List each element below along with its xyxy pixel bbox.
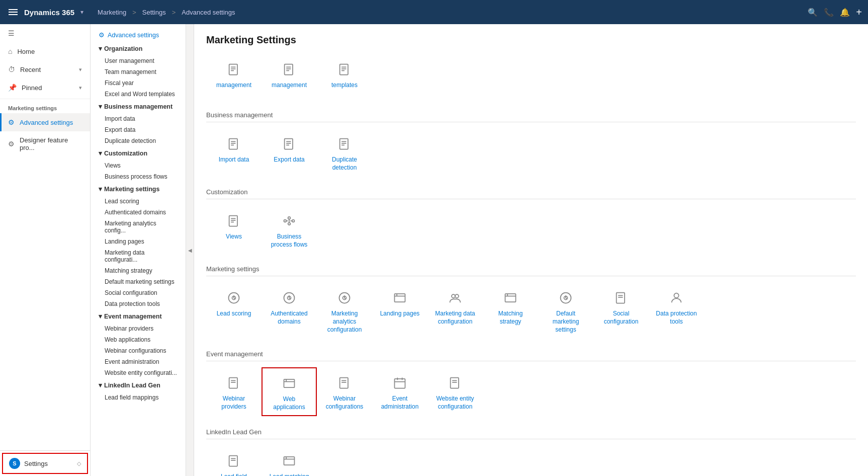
tree-matching-strategy[interactable]: Matching strategy <box>91 265 186 276</box>
web-applications-label: Web applications <box>267 395 312 411</box>
tile-default-marketing-settings[interactable]: Default marketing settings <box>538 282 593 338</box>
tile-templates[interactable]: templates <box>317 54 372 99</box>
tile-data-protection-tools[interactable]: Data protection tools <box>649 282 704 338</box>
menu-toggle[interactable]: ☰ <box>0 24 90 42</box>
svg-rect-74 <box>284 457 295 465</box>
tile-lead-field-mappings[interactable]: Lead field mappings <box>206 445 262 476</box>
tile-webinar-providers[interactable]: Webinar providers <box>206 367 262 416</box>
marketing-settings-title: Marketing settings <box>206 265 856 276</box>
sidebar-item-designer[interactable]: ⚙ Designer feature pro... <box>0 131 90 156</box>
tree-views[interactable]: Views <box>91 160 186 171</box>
tile-duplicate-detection[interactable]: Duplicate detection <box>317 128 372 176</box>
tile-matching-strategy[interactable]: Matching strategy <box>483 282 538 338</box>
tile-views[interactable]: Views <box>206 205 262 253</box>
default-marketing-settings-label: Default marketing settings <box>543 310 589 334</box>
tile-webinar-configurations[interactable]: Webinar configurations <box>317 367 372 416</box>
marketing-data-config-icon <box>446 289 464 307</box>
tree-data-protection-tools[interactable]: Data protection tools <box>91 298 186 309</box>
app-title[interactable]: Dynamics 365 <box>24 8 74 17</box>
tree-event-administration[interactable]: Event administration <box>91 356 186 367</box>
tree-section-business[interactable]: ▾ Business management <box>91 100 186 113</box>
tree-marketing-analytics-config[interactable]: Marketing analytics config... <box>91 218 186 236</box>
tile-marketing-data-config[interactable]: Marketing data configuration <box>427 282 483 338</box>
tile-web-applications[interactable]: Web applications <box>262 367 317 416</box>
tree-section-marketing[interactable]: ▾ Marketing settings <box>91 182 186 196</box>
plus-icon[interactable]: + <box>856 7 862 18</box>
landing-pages-icon <box>391 289 409 307</box>
svg-point-28 <box>284 220 287 222</box>
section-linkedin: LinkedIn Lead Gen Lead field mappings Le… <box>206 428 856 476</box>
tree-section-linkedin[interactable]: ▾ LinkedIn Lead Gen <box>91 378 186 392</box>
tree-webinar-providers[interactable]: Webinar providers <box>91 323 186 334</box>
tree-import-data[interactable]: Import data <box>91 113 186 124</box>
nav-marketing[interactable]: Marketing <box>94 7 130 18</box>
lead-field-mappings-label: Lead field mappings <box>211 473 257 476</box>
home-icon: ⌂ <box>8 47 12 55</box>
tree-lead-scoring[interactable]: Lead scoring <box>91 196 186 207</box>
nav-settings[interactable]: Settings <box>138 7 170 18</box>
tree-marketing-data-config[interactable]: Marketing data configurati... <box>91 247 186 265</box>
tree-section-organization[interactable]: ▾ Organization <box>91 42 186 55</box>
event-management-title: Event management <box>206 350 856 361</box>
doc-icon-templates <box>335 60 354 78</box>
nav-advanced[interactable]: Advanced settings <box>178 7 239 18</box>
search-icon[interactable]: 🔍 <box>808 8 818 17</box>
pinned-label: Pinned <box>22 84 42 92</box>
tree-authenticated-domains[interactable]: Authenticated domains <box>91 207 186 218</box>
tile-lead-matching-strategy[interactable]: Lead matching strategy <box>262 445 317 476</box>
tree-landing-pages[interactable]: Landing pages <box>91 236 186 247</box>
settings-item[interactable]: S Settings ◇ <box>2 453 88 474</box>
sidebar-item-pinned[interactable]: 📌 Pinned ▾ <box>0 78 90 97</box>
tree-duplicate-detection[interactable]: Duplicate detection <box>91 135 186 146</box>
tree-section-customization[interactable]: ▾ Customization <box>91 146 186 160</box>
collapse-handle[interactable]: ◀ <box>186 24 194 476</box>
tile-lead-scoring[interactable]: Lead scoring <box>206 282 262 338</box>
tile-import-data[interactable]: Import data <box>206 128 262 176</box>
tree-team-management[interactable]: Team management <box>91 66 186 77</box>
tile-authenticated-domains[interactable]: Authenticated domains <box>262 282 317 338</box>
tile-social-configuration[interactable]: Social configuration <box>593 282 649 338</box>
tree-default-marketing-settings[interactable]: Default marketing settings <box>91 276 186 287</box>
business-process-flows-icon <box>280 212 298 230</box>
tile-website-entity-configuration[interactable]: Website entity configuration <box>427 367 483 416</box>
svg-rect-55 <box>229 378 237 388</box>
tree-fiscal-year[interactable]: Fiscal year <box>91 77 186 89</box>
tree-social-configuration[interactable]: Social configuration <box>91 287 186 298</box>
tree-export-data[interactable]: Export data <box>91 124 186 135</box>
waffle-icon[interactable] <box>6 5 20 19</box>
tree-excel-word[interactable]: Excel and Word templates <box>91 89 186 100</box>
tree-web-applications[interactable]: Web applications <box>91 334 186 345</box>
tile-business-process-flows[interactable]: Business process flows <box>262 205 317 253</box>
sidebar-item-recent[interactable]: ⏱ Recent ▾ <box>0 60 90 78</box>
tile-export-data[interactable]: Export data <box>262 128 317 176</box>
sidebar-item-advanced-settings[interactable]: ⚙ Advanced settings <box>0 113 90 131</box>
sidebar-item-home[interactable]: ⌂ Home <box>0 42 90 60</box>
svg-rect-24 <box>229 216 237 226</box>
tree-user-management[interactable]: User management <box>91 55 186 66</box>
phone-icon[interactable]: 📞 <box>824 8 834 17</box>
home-label: Home <box>17 48 35 55</box>
tile-management-1[interactable]: management <box>206 54 262 99</box>
tree-business-process-flows[interactable]: Business process flows <box>91 171 186 182</box>
tile-event-administration[interactable]: Event administration <box>372 367 427 416</box>
tile-landing-pages[interactable]: Landing pages <box>372 282 427 338</box>
export-data-icon <box>280 135 298 153</box>
business-process-flows-label: Business process flows <box>266 233 312 249</box>
lead-scoring-icon <box>225 289 243 307</box>
bell-icon[interactable]: 🔔 <box>840 8 850 17</box>
settings-chevron: ◇ <box>77 460 81 467</box>
tile-marketing-analytics-config[interactable]: Marketing analytics configuration <box>317 282 372 338</box>
tree-advanced-settings[interactable]: ⚙ Advanced settings <box>91 28 186 42</box>
webinar-configurations-label: Webinar configurations <box>321 395 368 411</box>
nav-links: Marketing > Settings > Advanced settings <box>94 7 239 18</box>
views-icon <box>225 212 243 230</box>
tile-management-2[interactable]: management <box>262 54 317 99</box>
sidebar-left: ☰ ⌂ Home ⏱ Recent ▾ 📌 Pinned ▾ Marketing… <box>0 24 91 476</box>
app-title-arrow[interactable]: ▾ <box>80 9 83 16</box>
business-management-tiles: Import data Export data Duplicate detect… <box>206 128 856 176</box>
tree-webinar-configurations[interactable]: Webinar configurations <box>91 345 186 356</box>
tree-lead-field-mappings[interactable]: Lead field mappings <box>91 392 186 403</box>
tree-section-event[interactable]: ▾ Event management <box>91 309 186 323</box>
import-data-label: Import data <box>219 156 249 164</box>
tree-website-entity-config[interactable]: Website entity configurati... <box>91 367 186 378</box>
